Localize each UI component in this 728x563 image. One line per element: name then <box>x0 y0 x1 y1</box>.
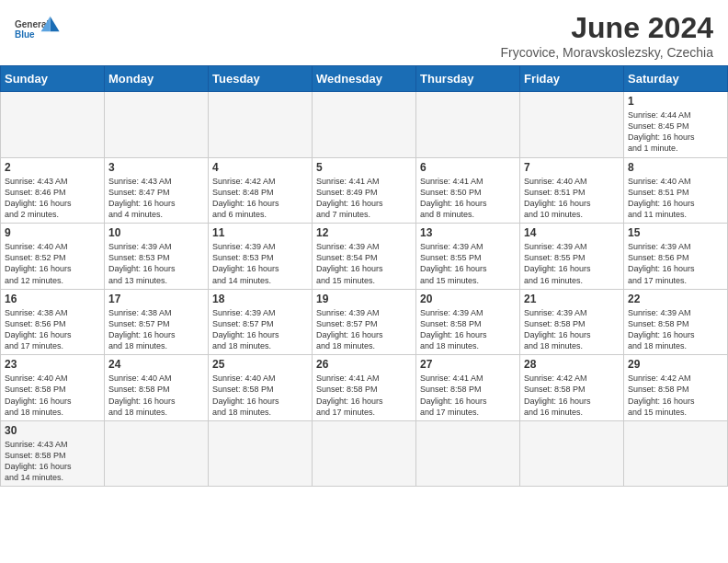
day-number: 25 <box>212 358 308 371</box>
calendar-day-cell: 20Sunrise: 4:39 AMSunset: 8:58 PMDayligh… <box>416 289 520 355</box>
calendar-week-row: 30Sunrise: 4:43 AMSunset: 8:58 PMDayligh… <box>1 420 728 487</box>
calendar-day-cell: 5Sunrise: 4:41 AMSunset: 8:49 PMDaylight… <box>313 157 416 224</box>
day-number: 14 <box>524 226 620 239</box>
day-info: Sunrise: 4:44 AMSunset: 8:45 PMDaylight:… <box>628 109 723 155</box>
calendar-day-cell: 29Sunrise: 4:42 AMSunset: 8:58 PMDayligh… <box>624 355 728 421</box>
calendar-week-row: 2Sunrise: 4:43 AMSunset: 8:46 PMDaylight… <box>1 157 728 224</box>
calendar-day-cell: 3Sunrise: 4:43 AMSunset: 8:47 PMDaylight… <box>105 157 209 224</box>
day-of-week-header: Saturday <box>624 66 728 92</box>
calendar-day-cell <box>520 92 624 158</box>
calendar-day-cell: 1Sunrise: 4:44 AMSunset: 8:45 PMDaylight… <box>624 92 728 158</box>
day-info: Sunrise: 4:40 AMSunset: 8:51 PMDaylight:… <box>628 176 723 221</box>
calendar-day-cell: 18Sunrise: 4:39 AMSunset: 8:57 PMDayligh… <box>209 289 313 355</box>
day-number: 17 <box>108 293 204 305</box>
day-number: 30 <box>5 424 100 437</box>
day-info: Sunrise: 4:40 AMSunset: 8:52 PMDaylight:… <box>5 241 100 286</box>
calendar-day-cell <box>105 420 209 487</box>
day-number: 2 <box>5 161 100 174</box>
day-info: Sunrise: 4:39 AMSunset: 8:56 PMDaylight:… <box>628 241 723 286</box>
calendar-week-row: 23Sunrise: 4:40 AMSunset: 8:58 PMDayligh… <box>1 355 728 421</box>
calendar-table: SundayMondayTuesdayWednesdayThursdayFrid… <box>0 65 728 487</box>
day-info: Sunrise: 4:39 AMSunset: 8:55 PMDaylight:… <box>420 241 516 286</box>
day-info: Sunrise: 4:39 AMSunset: 8:58 PMDaylight:… <box>420 307 516 352</box>
day-info: Sunrise: 4:41 AMSunset: 8:58 PMDaylight:… <box>420 373 516 418</box>
day-number: 11 <box>212 226 308 239</box>
day-info: Sunrise: 4:39 AMSunset: 8:54 PMDaylight:… <box>316 241 412 286</box>
calendar-day-cell: 22Sunrise: 4:39 AMSunset: 8:58 PMDayligh… <box>624 289 728 355</box>
calendar-day-cell: 9Sunrise: 4:40 AMSunset: 8:52 PMDaylight… <box>1 224 105 290</box>
calendar-day-cell: 4Sunrise: 4:42 AMSunset: 8:48 PMDaylight… <box>209 157 313 224</box>
day-number: 5 <box>316 161 412 174</box>
day-of-week-header: Thursday <box>416 66 520 92</box>
calendar-day-cell: 23Sunrise: 4:40 AMSunset: 8:58 PMDayligh… <box>1 355 105 421</box>
calendar-week-row: 1Sunrise: 4:44 AMSunset: 8:45 PMDaylight… <box>1 92 728 158</box>
calendar-header-row: SundayMondayTuesdayWednesdayThursdayFrid… <box>1 66 728 92</box>
day-of-week-header: Monday <box>105 66 209 92</box>
day-number: 20 <box>420 293 516 305</box>
day-number: 8 <box>628 161 723 174</box>
day-info: Sunrise: 4:40 AMSunset: 8:58 PMDaylight:… <box>108 373 204 418</box>
calendar-day-cell: 14Sunrise: 4:39 AMSunset: 8:55 PMDayligh… <box>520 224 624 290</box>
day-info: Sunrise: 4:39 AMSunset: 8:55 PMDaylight:… <box>524 241 620 286</box>
day-info: Sunrise: 4:42 AMSunset: 8:58 PMDaylight:… <box>524 373 620 418</box>
day-of-week-header: Friday <box>520 66 624 92</box>
day-number: 4 <box>212 161 308 174</box>
calendar-day-cell <box>416 92 520 158</box>
day-of-week-header: Wednesday <box>313 66 416 92</box>
calendar-day-cell: 8Sunrise: 4:40 AMSunset: 8:51 PMDaylight… <box>624 157 728 224</box>
calendar-day-cell <box>313 420 416 487</box>
logo: General Blue <box>15 11 61 48</box>
calendar-day-cell <box>105 92 209 158</box>
day-info: Sunrise: 4:42 AMSunset: 8:58 PMDaylight:… <box>628 373 723 418</box>
calendar-day-cell: 26Sunrise: 4:41 AMSunset: 8:58 PMDayligh… <box>313 355 416 421</box>
day-number: 15 <box>628 226 723 239</box>
day-info: Sunrise: 4:40 AMSunset: 8:58 PMDaylight:… <box>212 373 308 418</box>
day-of-week-header: Tuesday <box>209 66 313 92</box>
day-number: 9 <box>5 226 100 239</box>
day-number: 19 <box>316 293 412 305</box>
day-info: Sunrise: 4:38 AMSunset: 8:57 PMDaylight:… <box>108 307 204 352</box>
day-info: Sunrise: 4:41 AMSunset: 8:49 PMDaylight:… <box>316 176 412 221</box>
day-number: 13 <box>420 226 516 239</box>
calendar-day-cell: 30Sunrise: 4:43 AMSunset: 8:58 PMDayligh… <box>1 420 105 487</box>
day-info: Sunrise: 4:42 AMSunset: 8:48 PMDaylight:… <box>212 176 308 221</box>
svg-marker-2 <box>51 17 60 31</box>
calendar-day-cell: 7Sunrise: 4:40 AMSunset: 8:51 PMDaylight… <box>520 157 624 224</box>
day-number: 10 <box>108 226 204 239</box>
calendar-day-cell: 13Sunrise: 4:39 AMSunset: 8:55 PMDayligh… <box>416 224 520 290</box>
calendar-day-cell <box>624 420 728 487</box>
day-info: Sunrise: 4:38 AMSunset: 8:56 PMDaylight:… <box>5 307 100 352</box>
day-info: Sunrise: 4:41 AMSunset: 8:50 PMDaylight:… <box>420 176 516 221</box>
day-info: Sunrise: 4:39 AMSunset: 8:58 PMDaylight:… <box>628 307 723 352</box>
calendar-week-row: 16Sunrise: 4:38 AMSunset: 8:56 PMDayligh… <box>1 289 728 355</box>
day-info: Sunrise: 4:39 AMSunset: 8:57 PMDaylight:… <box>316 307 412 352</box>
day-info: Sunrise: 4:43 AMSunset: 8:46 PMDaylight:… <box>5 176 100 221</box>
page-header: General Blue June 2024 Frycovice, Moravs… <box>0 0 728 65</box>
calendar-day-cell: 21Sunrise: 4:39 AMSunset: 8:58 PMDayligh… <box>520 289 624 355</box>
day-number: 16 <box>5 293 100 305</box>
day-info: Sunrise: 4:40 AMSunset: 8:51 PMDaylight:… <box>524 176 620 221</box>
calendar-day-cell: 17Sunrise: 4:38 AMSunset: 8:57 PMDayligh… <box>105 289 209 355</box>
calendar-day-cell <box>209 420 313 487</box>
calendar-day-cell <box>1 92 105 158</box>
day-number: 23 <box>5 358 100 371</box>
day-info: Sunrise: 4:40 AMSunset: 8:58 PMDaylight:… <box>5 373 100 418</box>
calendar-day-cell <box>313 92 416 158</box>
day-info: Sunrise: 4:39 AMSunset: 8:53 PMDaylight:… <box>108 241 204 286</box>
day-number: 6 <box>420 161 516 174</box>
calendar-day-cell: 12Sunrise: 4:39 AMSunset: 8:54 PMDayligh… <box>313 224 416 290</box>
calendar-day-cell: 19Sunrise: 4:39 AMSunset: 8:57 PMDayligh… <box>313 289 416 355</box>
day-number: 1 <box>628 95 723 108</box>
day-number: 21 <box>524 293 620 305</box>
calendar-day-cell: 11Sunrise: 4:39 AMSunset: 8:53 PMDayligh… <box>209 224 313 290</box>
day-number: 22 <box>628 293 723 305</box>
calendar-day-cell <box>520 420 624 487</box>
day-number: 7 <box>524 161 620 174</box>
day-number: 12 <box>316 226 412 239</box>
location-subtitle: Frycovice, Moravskoslezsky, Czechia <box>500 45 713 60</box>
day-of-week-header: Sunday <box>1 66 105 92</box>
calendar-day-cell <box>209 92 313 158</box>
calendar-day-cell: 2Sunrise: 4:43 AMSunset: 8:46 PMDaylight… <box>1 157 105 224</box>
day-info: Sunrise: 4:41 AMSunset: 8:58 PMDaylight:… <box>316 373 412 418</box>
title-area: June 2024 Frycovice, Moravskoslezsky, Cz… <box>500 11 713 60</box>
